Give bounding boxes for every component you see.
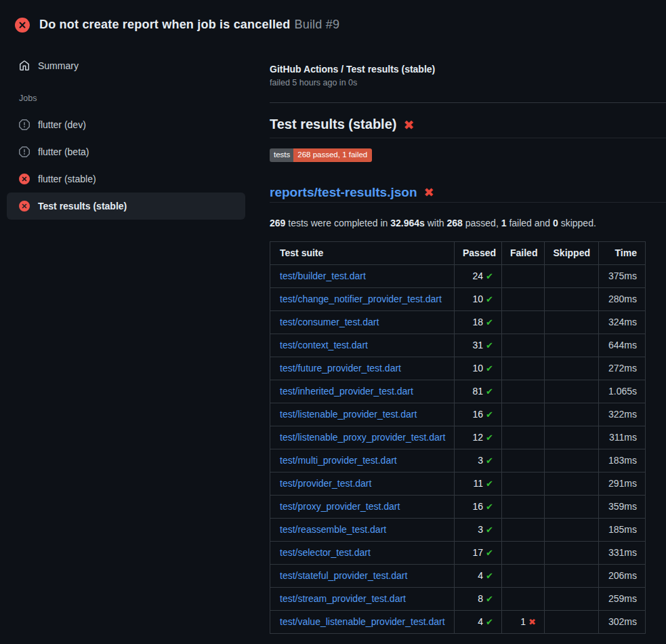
table-header-row: Test suite Passed Failed Skipped Time [270, 241, 646, 264]
check-icon: ✔ [486, 502, 493, 512]
summary-fragment: 1 [501, 218, 507, 228]
badge-value: 268 passed, 1 failed [293, 148, 372, 162]
passed-cell-count: 17 [473, 547, 484, 558]
test-suite-cell: test/proxy_provider_test.dart [270, 495, 455, 518]
passed-cell: 10✔ [455, 357, 502, 380]
sidebar-job-item[interactable]: Test results (stable) [7, 193, 245, 220]
stop-icon [19, 119, 30, 130]
skipped-cell [545, 403, 599, 426]
test-suite-link[interactable]: test/change_notifier_provider_test.dart [280, 294, 442, 304]
table-row: test/consumer_test.dart18✔324ms [270, 310, 646, 334]
failed-cell [502, 264, 545, 287]
summary-fragment: skipped. [558, 218, 596, 228]
passed-cell: 24✔ [455, 264, 502, 287]
breadcrumb: GitHub Actions / Test results (stable) [270, 64, 666, 75]
passed-cell: 11✔ [455, 472, 502, 495]
skipped-cell [545, 587, 599, 610]
time-cell: 311ms [599, 426, 646, 449]
passed-cell-count: 16 [473, 501, 484, 512]
time-cell: 324ms [599, 310, 646, 334]
test-results-table: Test suite Passed Failed Skipped Time te… [270, 241, 646, 634]
test-suite-link[interactable]: test/listenable_proxy_provider_test.dart [280, 432, 445, 443]
time-cell: 644ms [599, 334, 646, 357]
summary-fragment: failed and [507, 218, 554, 228]
sidebar-job-item[interactable]: flutter (stable) [7, 165, 245, 193]
col-header-test-suite: Test suite [270, 241, 455, 264]
test-suite-link[interactable]: test/builder_test.dart [280, 270, 366, 281]
job-label: flutter (beta) [38, 146, 89, 157]
skipped-cell [545, 541, 599, 564]
table-row: test/provider_test.dart11✔291ms [270, 472, 646, 495]
failed-cell [502, 587, 545, 610]
check-icon: ✔ [486, 340, 493, 350]
test-suite-cell: test/reassemble_test.dart [270, 518, 455, 541]
table-row: test/listenable_proxy_provider_test.dart… [270, 426, 646, 449]
skipped-cell [545, 564, 599, 587]
sidebar-job-item[interactable]: flutter (beta) [7, 138, 245, 165]
passed-cell-count: 3 [478, 524, 483, 535]
test-suite-link[interactable]: test/reassemble_test.dart [280, 524, 386, 535]
test-suite-link[interactable]: test/proxy_provider_test.dart [280, 501, 400, 512]
test-suite-link[interactable]: test/stateful_provider_test.dart [280, 570, 407, 581]
test-suite-link[interactable]: test/stream_provider_test.dart [280, 593, 406, 604]
check-icon: ✔ [486, 386, 493, 397]
table-row: test/value_listenable_provider_test.dart… [270, 610, 646, 633]
table-row: test/change_notifier_provider_test.dart1… [270, 287, 646, 310]
app-header: Do not create report when job is cancell… [0, 0, 666, 38]
passed-cell: 3✔ [455, 518, 502, 541]
failed-cell: 1✖ [502, 610, 545, 633]
table-row: test/reassemble_test.dart3✔185ms [270, 518, 646, 541]
x-circle-fill-icon [15, 18, 30, 33]
skipped-cell [545, 426, 599, 449]
test-suite-link[interactable]: test/value_listenable_provider_test.dart [280, 616, 445, 627]
test-suite-link[interactable]: test/multi_provider_test.dart [280, 455, 397, 466]
skipped-cell [545, 310, 599, 334]
test-suite-cell: test/builder_test.dart [270, 264, 455, 287]
divider [270, 102, 666, 103]
job-label: Test results (stable) [38, 201, 127, 212]
test-suite-cell: test/stream_provider_test.dart [270, 587, 455, 610]
table-row: test/listenable_provider_test.dart16✔322… [270, 403, 646, 426]
passed-cell: 31✔ [455, 334, 502, 357]
test-suite-link[interactable]: test/context_test.dart [280, 340, 368, 350]
time-cell: 1.065s [599, 380, 646, 403]
time-cell: 375ms [599, 264, 646, 287]
failed-cell [502, 380, 545, 403]
test-suite-link[interactable]: test/inherited_provider_test.dart [280, 386, 413, 397]
sidebar-item-summary[interactable]: Summary [7, 54, 245, 77]
test-suite-cell: test/consumer_test.dart [270, 310, 455, 334]
passed-cell-count: 16 [473, 409, 484, 420]
skipped-cell [545, 472, 599, 495]
test-suite-link[interactable]: test/provider_test.dart [280, 478, 371, 489]
test-suite-cell: test/change_notifier_provider_test.dart [270, 287, 455, 310]
passed-cell-count: 10 [473, 363, 484, 374]
time-cell: 259ms [599, 587, 646, 610]
test-suite-link[interactable]: test/listenable_provider_test.dart [280, 409, 417, 420]
skipped-cell [545, 518, 599, 541]
skipped-cell [545, 495, 599, 518]
table-row: test/multi_provider_test.dart3✔183ms [270, 449, 646, 472]
test-suite-cell: test/inherited_provider_test.dart [270, 380, 455, 403]
test-suite-link[interactable]: test/consumer_test.dart [280, 317, 379, 327]
skipped-cell [545, 449, 599, 472]
skipped-cell [545, 264, 599, 287]
time-cell: 302ms [599, 610, 646, 633]
test-suite-link[interactable]: test/future_provider_test.dart [280, 363, 401, 374]
failed-cell [502, 334, 545, 357]
failed-cell [502, 495, 545, 518]
sidebar-job-item[interactable]: flutter (dev) [7, 111, 245, 138]
summary-fragment: passed, [463, 218, 501, 228]
check-icon: ✔ [486, 271, 493, 281]
report-file-link[interactable]: reports/test-results.json [270, 185, 417, 200]
summary-fragment: 269 [270, 218, 285, 228]
failed-cell [502, 426, 545, 449]
test-suite-cell: test/provider_test.dart [270, 472, 455, 495]
section-title-text: Test results (stable) [270, 117, 396, 132]
check-icon: ✔ [486, 317, 493, 327]
page-title: Do not create report when job is cancell… [39, 18, 339, 32]
test-suite-link[interactable]: test/selector_test.dart [280, 547, 371, 558]
table-row: test/stateful_provider_test.dart4✔206ms [270, 564, 646, 587]
check-icon: ✔ [486, 617, 493, 627]
passed-cell: 3✔ [455, 449, 502, 472]
failed-cell [502, 449, 545, 472]
